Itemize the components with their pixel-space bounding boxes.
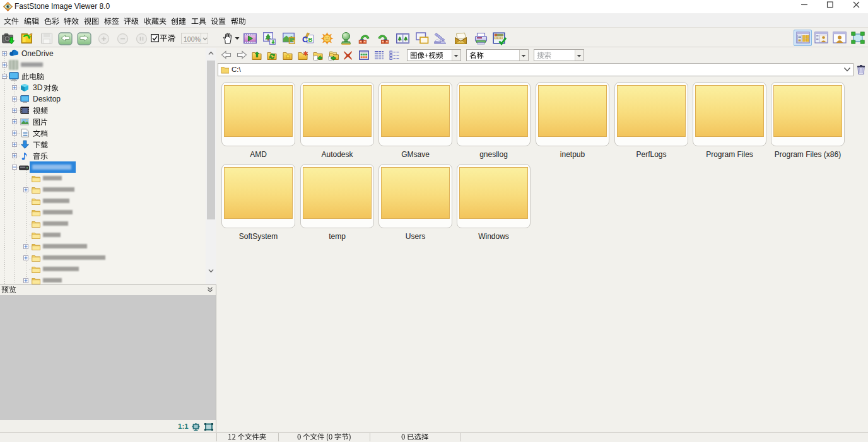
svg-text:C: C [302,35,308,44]
svg-text:B: B [308,36,313,43]
